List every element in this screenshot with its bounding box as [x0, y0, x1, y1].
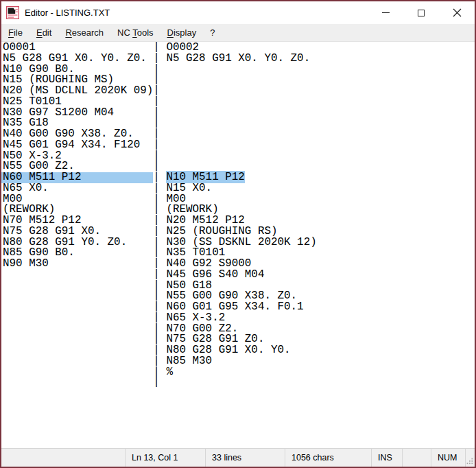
editor-line[interactable]: |	[1, 377, 475, 388]
status-numlock: NUM	[431, 449, 466, 467]
status-char-count: 1056 chars	[285, 449, 372, 467]
status-spacer	[403, 449, 431, 467]
menu-file[interactable]: File	[1, 25, 29, 40]
title-bar: Editor - LISTING.TXT	[1, 1, 475, 24]
app-icon[interactable]	[6, 6, 19, 19]
maximize-icon	[418, 10, 425, 16]
right-column-code: N5 G28 G91 X0. Y0. Z0.	[160, 54, 310, 65]
editor-line[interactable]: N30 G97 S1200 M04|	[1, 108, 475, 119]
editor-line[interactable]: N20 (MS DCLNL 2020K 09)|	[1, 86, 475, 97]
right-column-code: %	[160, 367, 173, 378]
left-column-code: N65 X0.	[3, 183, 153, 194]
maximize-button[interactable]	[403, 1, 439, 24]
editor-line[interactable]: N60 M511 P12|N10 M511 P12	[1, 172, 475, 183]
editor-content[interactable]: O0001|O0002N5 G28 G91 X0. Y0. Z0.|N5 G28…	[1, 42, 475, 448]
menu-bar: File Edit Research NC Tools Display ?	[1, 24, 475, 42]
close-button[interactable]	[439, 1, 475, 24]
status-cursor-position: Ln 13, Col 1	[126, 449, 206, 467]
menu-research[interactable]: Research	[58, 25, 110, 40]
editor-line[interactable]: M00|M00	[1, 194, 475, 205]
status-insert-mode: INS	[372, 449, 403, 467]
left-column-code: N90 M30	[3, 259, 153, 270]
window-title: Editor - LISTING.TXT	[25, 8, 368, 18]
resize-grip[interactable]	[466, 449, 475, 467]
menu-edit[interactable]: Edit	[29, 25, 58, 40]
editor-line[interactable]: |N60 G01 G95 X34. F0.1	[1, 302, 475, 313]
status-line-count: 33 lines	[206, 449, 285, 467]
editor-line[interactable]: N65 X0.|N15 X0.	[1, 183, 475, 194]
menu-display[interactable]: Display	[160, 25, 204, 40]
editor-window: Editor - LISTING.TXT File Edit Research …	[0, 0, 476, 468]
status-bar: Ln 13, Col 1 33 lines 1056 chars INS NUM	[1, 448, 475, 467]
menu-help[interactable]: ?	[203, 25, 222, 40]
editor-line[interactable]: N45 G01 G94 X34. F120|	[1, 140, 475, 151]
editor-line[interactable]: |N85 M30	[1, 356, 475, 367]
minimize-button[interactable]	[368, 1, 403, 24]
column-separator: |	[153, 377, 160, 388]
minimize-icon	[382, 12, 390, 13]
editor-line[interactable]: |%	[1, 367, 475, 378]
resize-grip-icon	[466, 456, 473, 465]
status-message-area	[1, 449, 126, 467]
editor-line[interactable]: |N80 G28 G91 X0. Y0.	[1, 345, 475, 356]
close-icon	[453, 8, 462, 17]
editor-line[interactable]: |N45 G96 S40 M04	[1, 270, 475, 281]
menu-nc-tools[interactable]: NC Tools	[110, 25, 160, 40]
